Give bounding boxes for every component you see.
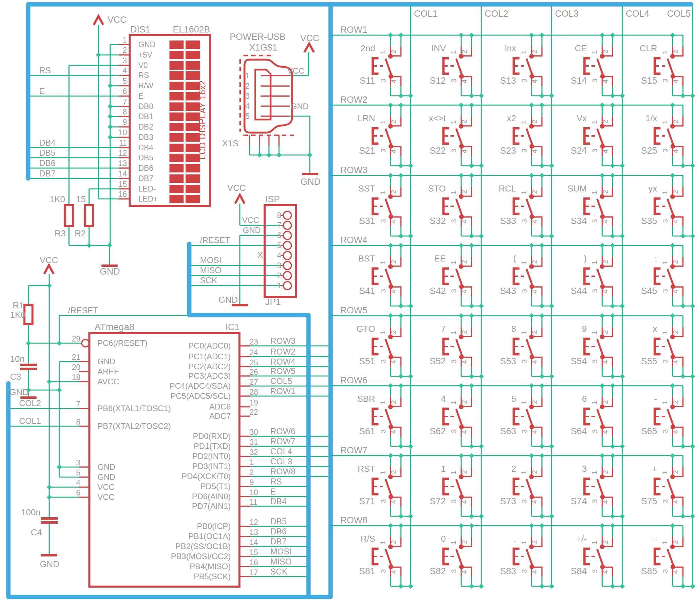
switch-pin-digit: 4 (530, 360, 538, 364)
switch-ref-s11: S11 (360, 76, 375, 86)
switch-lever (526, 409, 532, 426)
switch-pin-digit: 4 (460, 500, 468, 504)
switch-pin-digit: 4 (530, 570, 538, 574)
junction-dot (690, 444, 695, 449)
button-label-s85: = (652, 534, 657, 544)
switch-pin-digit: 4 (460, 149, 468, 153)
net-label-row3: ROW3 (270, 336, 295, 346)
switch-pin-digit: 2 (460, 330, 468, 334)
switch-lever (526, 479, 532, 496)
lcd-char-cell (185, 51, 200, 59)
switch-pin-digit: 1 (591, 260, 598, 265)
lcd-pin-number: 2 (123, 46, 127, 55)
junction-dot (479, 94, 484, 98)
button-label-s41: BST (358, 253, 375, 263)
junction-dot (388, 523, 393, 528)
junction-dot (388, 33, 393, 38)
switch-contact-dot (529, 124, 534, 129)
gnd-label: GND (300, 177, 321, 187)
switch-pin-digit: 1 (449, 331, 457, 335)
button-label-s52: 7 (441, 324, 446, 334)
mcu-pin-name: ADC6 (209, 402, 231, 411)
switch-ref-s73: S73 (500, 496, 516, 506)
junction-dot (529, 453, 534, 458)
button-label-s62: 4 (441, 394, 446, 404)
junction-dot (540, 383, 545, 388)
switch-ref-s53: S53 (500, 356, 516, 366)
junction-dot (540, 584, 545, 589)
switch-lever (385, 129, 392, 146)
switch-contact-dot (600, 54, 604, 58)
switch-pin-digit: 2 (390, 540, 397, 544)
net-label-row2: ROW2 (270, 347, 295, 356)
isp-pin-number: 1 (277, 281, 281, 290)
schematic-page: 1GND2+5V3V04RS5R/W6E7DB08DB19DB210DB311D… (0, 0, 700, 603)
switch-ref-s45: S45 (641, 286, 657, 296)
net-label-db5: DB5 (39, 148, 56, 157)
mcu-pin-number: 32 (250, 448, 258, 457)
switch-ref-s42: S42 (430, 286, 446, 296)
junction-dot (600, 523, 605, 528)
junction-dot (529, 243, 534, 248)
junction-dot (540, 103, 545, 108)
mcu-pin-name: VCC (97, 493, 115, 502)
lcd-ref: DIS1 (130, 24, 150, 34)
net-label-gnd: GND (291, 102, 308, 111)
lcd-pin-number: 8 (123, 107, 127, 116)
junction-dot (680, 234, 685, 239)
mcu-name: ATmega8 (95, 322, 134, 332)
switch-contact-dot (529, 474, 534, 479)
switch-pin-digit: 2 (390, 120, 397, 124)
switch-contact-dot (529, 334, 534, 339)
col-header: COL2 (485, 9, 508, 19)
switch-contact-dot (529, 54, 534, 58)
isp-pin-pad (283, 221, 292, 229)
mcu-pin-number: 3 (76, 458, 80, 467)
junction-dot (620, 514, 625, 519)
switch-pin-digit: 3 (520, 359, 528, 363)
switch-pin-digit: 2 (460, 540, 468, 544)
switch-lever (456, 549, 462, 566)
switch-contact-dot (670, 474, 675, 479)
junction-dot (610, 383, 615, 388)
switch-pin-digit: 2 (530, 50, 538, 54)
switch-pin-digit: 4 (390, 570, 397, 574)
junction-dot (610, 453, 615, 458)
net-label-row5: ROW5 (270, 366, 295, 376)
switch-pin-digit: 4 (672, 220, 679, 224)
switch-ref-s74: S74 (571, 496, 587, 506)
switch-pin-digit: 4 (672, 360, 679, 364)
junction-dot (610, 234, 615, 239)
resistor-r3 (65, 205, 73, 226)
mcu-pin-name: ADC7 (209, 411, 231, 421)
switch-pin-digit: 4 (530, 290, 538, 294)
junction-dot (399, 444, 404, 449)
button-label-s34: SUM (567, 183, 587, 194)
lcd-char-cell (170, 133, 183, 142)
mcu-pin-name: PB6(XTAL1/TOSC1) (97, 404, 171, 413)
junction-dot (549, 94, 554, 98)
junction-dot (399, 453, 404, 458)
switch-contact-dot (529, 404, 534, 409)
usb-ref: X1G$1 (249, 43, 277, 53)
switch-pin-digit: 4 (530, 79, 538, 83)
switch-pin-digit: 2 (530, 540, 538, 544)
switch-pin-digit: 3 (591, 149, 599, 153)
net-label-row6: ROW6 (270, 427, 295, 436)
junction-dot (690, 164, 695, 169)
switch-pin-digit: 4 (601, 500, 609, 504)
switch-pin-digit: 4 (530, 500, 538, 504)
button-label-s24: Vx (577, 113, 587, 123)
switch-pin-digit: 3 (450, 569, 457, 573)
net-label-col5: COL5 (270, 376, 292, 386)
switch-pin-digit: 2 (672, 260, 679, 264)
switch-ref-s82: S82 (430, 566, 446, 576)
switch-lever (597, 339, 603, 356)
gnd-bar-icon (302, 173, 318, 175)
lcd-pin-name: R/W (138, 81, 153, 90)
schematic-canvas: 1GND2+5V3V04RS5R/W6E7DB08DB19DB210DB311D… (0, 0, 700, 603)
switch-pin-digit: 4 (672, 430, 679, 434)
mcu-pin-number: 24 (250, 348, 258, 357)
row-header: ROW3 (340, 165, 368, 175)
junction-dot (87, 243, 92, 248)
